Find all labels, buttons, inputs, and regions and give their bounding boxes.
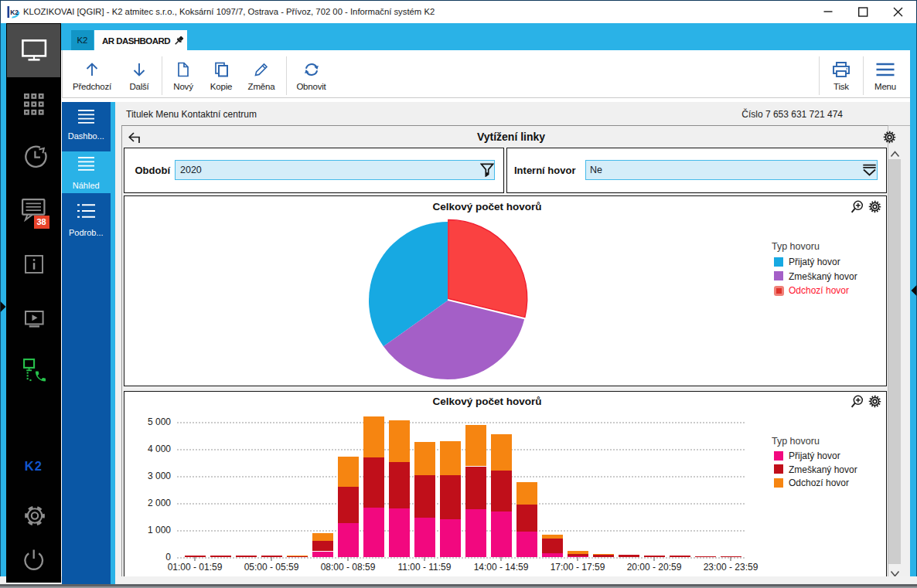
svg-text:K2: K2 (10, 8, 19, 15)
